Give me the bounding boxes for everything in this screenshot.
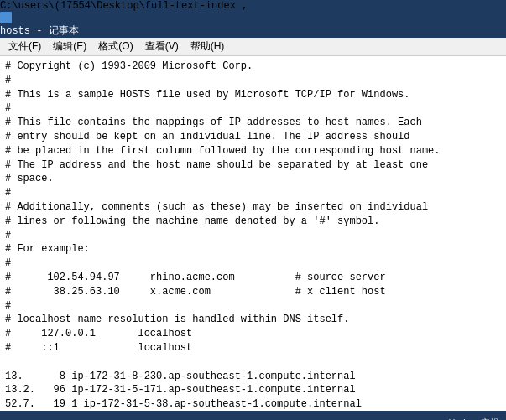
watermark: Hadoop实操 <box>448 417 499 421</box>
title-bar-icon <box>0 12 12 23</box>
bottom-bar: Hadoop实操 <box>0 411 506 420</box>
menu-view[interactable]: 查看(V) <box>140 39 184 54</box>
menu-bar: 文件(F) 编辑(E) 格式(O) 查看(V) 帮助(H) <box>0 38 506 56</box>
path-text: C:\users\(17554\Desktop\full-text-index … <box>0 0 248 12</box>
menu-edit[interactable]: 编辑(E) <box>48 39 91 54</box>
content-area[interactable]: # Copyright (c) 1993-2009 Microsoft Corp… <box>0 56 506 411</box>
menu-format[interactable]: 格式(O) <box>93 39 138 54</box>
menu-file[interactable]: 文件(F) <box>3 39 46 54</box>
title-text: hosts - 记事本 <box>0 25 79 37</box>
file-content: # Copyright (c) 1993-2009 Microsoft Corp… <box>5 60 501 411</box>
menu-help[interactable]: 帮助(H) <box>185 39 230 54</box>
top-path-bar: C:\users\(17554\Desktop\full-text-index … <box>0 0 506 12</box>
title-bar: hosts - 记事本 <box>0 12 506 38</box>
